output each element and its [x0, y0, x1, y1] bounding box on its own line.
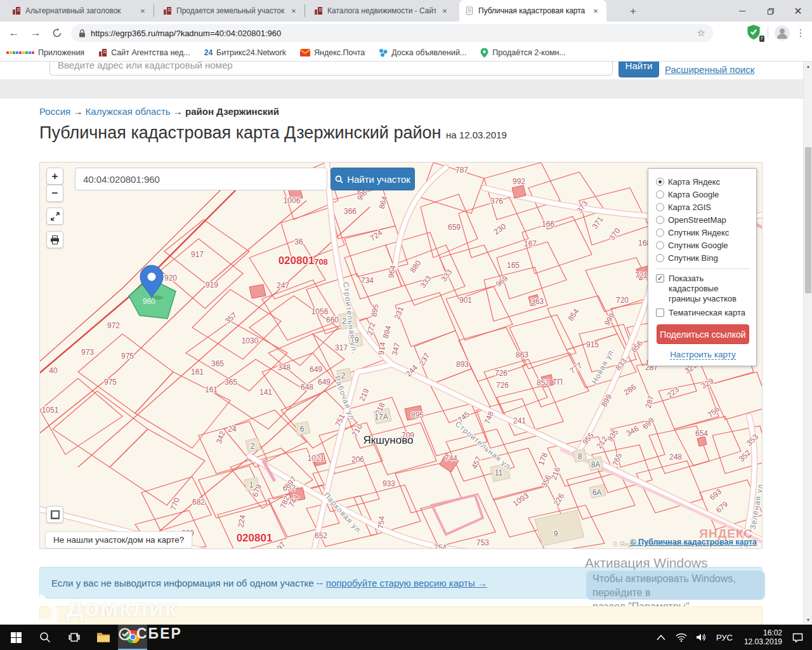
notification-icon[interactable] — [792, 633, 803, 642]
chrome-taskbar-button[interactable] — [118, 625, 147, 650]
page-scrollbar[interactable]: ▲ ▼ — [803, 62, 812, 625]
layer-option-1[interactable]: Карта Google — [656, 188, 750, 201]
find-parcel-button[interactable]: Найти участок — [331, 168, 415, 190]
info-bar-text: Если у вас не выводится информация ни об… — [51, 578, 323, 588]
bookmark-star-icon[interactable]: ☆ — [697, 27, 705, 39]
layer-option-label: Карта 2GIS — [668, 202, 711, 212]
taskbar-clock[interactable]: 16:02 12.03.2019 — [744, 628, 782, 646]
taskbar-search-button[interactable] — [30, 625, 60, 650]
fullscreen-button[interactable] — [46, 208, 63, 225]
tray-chevron-icon[interactable] — [657, 635, 665, 640]
radio-icon[interactable] — [656, 203, 664, 211]
bookmark-board[interactable]: Доска объявлений... — [379, 48, 466, 57]
start-button[interactable] — [1, 625, 30, 650]
bookmark-yandex-mail[interactable]: Яндекс.Почта — [300, 48, 365, 57]
tab-title: Каталога недвижимости - Сайт — [327, 6, 436, 15]
header-band — [0, 79, 803, 98]
minimize-button[interactable] — [728, 0, 756, 22]
map-layers-panel: Карта ЯндексКарта GoogleКарта 2GISOpenSt… — [648, 168, 757, 366]
layer-checkbox-0[interactable]: ✓Показать кадастровые границы участков — [656, 274, 750, 304]
radio-icon[interactable] — [656, 241, 664, 249]
cadastral-map[interactable]: 7879921006864998366376230373371370168659… — [39, 162, 763, 549]
page-title-text: Публичная кадастровая карта Дзержинский … — [39, 123, 441, 142]
building-icon — [98, 48, 107, 57]
forward-button[interactable]: → — [28, 25, 43, 41]
blue-dots-icon — [379, 48, 388, 57]
search-icon — [335, 175, 343, 183]
not-found-button[interactable]: Не нашли участок/дом на карте? — [45, 531, 192, 548]
layer-option-label: Карта Яндекс — [668, 177, 720, 187]
extension-shield-icon[interactable]: 7 — [747, 25, 763, 41]
radio-icon[interactable] — [656, 229, 664, 237]
bookmark-flat-ad[interactable]: Продаётся 2-комн... — [480, 48, 565, 58]
layer-option-label: Спутник Яндекс — [668, 228, 729, 237]
radio-icon[interactable] — [656, 254, 664, 262]
pkk-attribution-link[interactable]: © Публичная кадастровая карта — [630, 538, 757, 547]
language-indicator[interactable]: РУС — [716, 633, 733, 642]
share-link-button[interactable]: Поделиться ссылкой — [657, 324, 749, 344]
print-button[interactable] — [46, 231, 63, 248]
breadcrumb-region[interactable]: Калужская область — [86, 106, 171, 117]
scrollbar-thumb[interactable] — [805, 147, 811, 293]
old-map-version-link[interactable]: попробуйте старую версию карты → — [326, 578, 487, 588]
bookmark-label: Яндекс.Почта — [314, 48, 365, 57]
chrome-icon — [126, 630, 140, 644]
tab-2[interactable]: Продается земельный участок, ✕ — [157, 0, 304, 22]
bookmark-apps[interactable]: Приложения — [6, 48, 84, 57]
layer-option-3[interactable]: OpenStreetMap — [656, 213, 750, 226]
measure-button[interactable] — [46, 506, 63, 523]
search-submit-button[interactable]: Найти — [619, 62, 659, 77]
tab-close-icon[interactable]: ✕ — [138, 8, 148, 15]
warning-bar — [39, 606, 763, 625]
bookmark-label: Приложения — [38, 48, 84, 57]
layer-option-2[interactable]: Карта 2GIS — [656, 201, 750, 213]
window-controls: ✕ — [728, 0, 812, 22]
scroll-down-arrow[interactable]: ▼ — [804, 615, 812, 625]
new-tab-button[interactable]: + — [625, 5, 641, 18]
layer-option-4[interactable]: Спутник Яндекс — [656, 226, 750, 239]
breadcrumb-russia[interactable]: Россия — [39, 106, 70, 117]
layer-option-5[interactable]: Спутник Google — [656, 239, 750, 251]
scroll-up-arrow[interactable]: ▲ — [804, 62, 812, 71]
checkbox-icon[interactable] — [656, 308, 664, 317]
zoom-out-button[interactable]: − — [46, 185, 63, 202]
radio-icon[interactable] — [656, 178, 664, 186]
apps-grid-icon — [6, 51, 34, 54]
volume-icon[interactable] — [696, 633, 707, 642]
address-bar[interactable]: https://egrp365.ru/map/?kadnum=40:04:020… — [71, 24, 713, 42]
back-button[interactable]: ← — [6, 25, 22, 41]
radio-icon[interactable] — [656, 216, 664, 224]
checkbox-icon[interactable]: ✓ — [656, 274, 664, 282]
reload-button[interactable] — [49, 25, 65, 41]
page-title: Публичная кадастровая карта Дзержинский … — [39, 123, 507, 143]
tab-title: Альтернативный заголовок — [25, 6, 134, 15]
tab-1[interactable]: Альтернативный заголовок ✕ — [6, 0, 154, 22]
radio-icon[interactable] — [656, 190, 664, 199]
zoom-in-button[interactable]: + — [46, 168, 63, 185]
parcel-number-input[interactable] — [75, 168, 327, 190]
tab-close-icon[interactable]: ✕ — [440, 8, 450, 15]
find-parcel-label: Найти участок — [347, 174, 410, 185]
advanced-search-link[interactable]: Расширенный поиск — [665, 64, 754, 75]
address-search-input[interactable] — [49, 62, 613, 76]
bookmark-bitrix24[interactable]: 24 Битрикс24.Network — [204, 48, 286, 57]
wifi-icon[interactable] — [676, 633, 687, 642]
restore-button[interactable] — [756, 0, 784, 22]
layer-checkbox-1[interactable]: Тематическая карта — [656, 308, 750, 318]
tab-3[interactable]: Каталога недвижимости - Сайт ✕ — [308, 0, 455, 22]
profile-avatar[interactable] — [774, 25, 790, 44]
layer-option-0[interactable]: Карта Яндекс — [656, 175, 750, 188]
task-view-button[interactable] — [60, 625, 89, 650]
tab-close-icon[interactable]: ✕ — [591, 8, 601, 15]
close-button[interactable]: ✕ — [784, 0, 812, 22]
windows-activation-text: Чтобы активировать Windows, перейдите в … — [586, 571, 765, 600]
reload-icon — [52, 28, 62, 38]
taskbar-date: 12.03.2019 — [744, 637, 782, 646]
tab-close-icon[interactable]: ✕ — [289, 8, 299, 15]
browser-menu-icon[interactable]: ⋮ — [794, 25, 807, 41]
tab-4-active[interactable]: Публичная кадастровая карта Д ✕ — [459, 0, 606, 22]
file-explorer-button[interactable] — [89, 625, 118, 650]
configure-map-link[interactable]: Настроить карту — [656, 350, 750, 359]
layer-option-6[interactable]: Спутник Bing — [656, 251, 750, 264]
bookmark-agency-site[interactable]: Сайт Агентства нед... — [98, 48, 190, 57]
